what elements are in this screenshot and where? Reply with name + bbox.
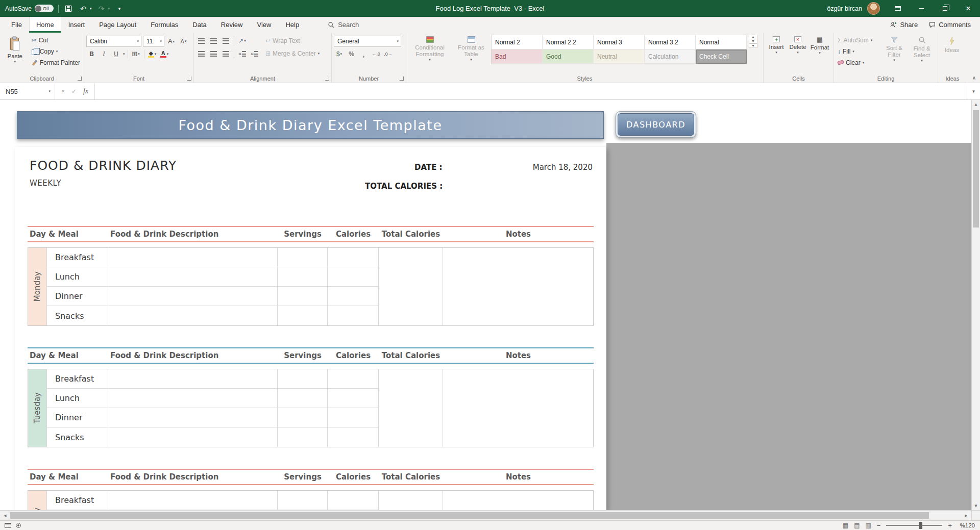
cell-servings[interactable] [277, 427, 327, 447]
cell-style-good[interactable]: Good [543, 49, 594, 64]
cell-description[interactable] [108, 267, 277, 287]
accounting-format-button[interactable]: $▾ [334, 48, 345, 59]
cell-description[interactable] [108, 427, 277, 447]
normal-view-icon[interactable]: ▦ [843, 522, 848, 529]
cell-style-bad[interactable]: Bad [492, 49, 543, 64]
cell-style-normal[interactable]: Normal [696, 35, 747, 49]
cell-description[interactable] [108, 306, 277, 325]
zoom-out-button[interactable]: − [877, 522, 881, 529]
italic-button[interactable]: I [99, 48, 109, 59]
cell-description[interactable] [108, 408, 277, 427]
cell-description[interactable] [108, 491, 277, 510]
delete-cells-button[interactable]: × Delete▾ [787, 35, 808, 55]
tab-file[interactable]: File [4, 17, 29, 33]
cell-total-calories[interactable] [378, 248, 443, 267]
cell-servings[interactable] [277, 306, 327, 325]
zoom-in-button[interactable]: + [948, 522, 952, 529]
cell-notes[interactable] [443, 248, 593, 267]
cell-description[interactable] [108, 389, 277, 408]
font-size-select[interactable]: 11▾ [143, 36, 164, 47]
cell-description[interactable] [108, 287, 277, 306]
gallery-scroll-up-icon[interactable]: ▲ [749, 35, 757, 39]
tab-review[interactable]: Review [214, 17, 250, 33]
tab-insert[interactable]: Insert [61, 17, 92, 33]
fill-color-button[interactable]: ◆▾ [147, 48, 158, 59]
cell-calories[interactable] [327, 287, 378, 306]
collapse-ribbon-icon[interactable]: ∧ [972, 75, 976, 81]
cell-style-normal-2-2[interactable]: Normal 2 2 [543, 35, 594, 49]
cell-total-calories[interactable] [378, 267, 443, 287]
align-center-button[interactable] [208, 48, 219, 59]
borders-button[interactable]: ⊞▾ [131, 48, 141, 59]
cell-total-calories[interactable] [378, 427, 443, 447]
decrease-decimal-button[interactable]: .0→ [383, 48, 394, 59]
expand-formula-bar-icon[interactable]: ▼ [967, 83, 980, 99]
alignment-dialog-launcher-icon[interactable] [325, 77, 329, 81]
cell-servings[interactable] [277, 369, 327, 389]
cut-button[interactable]: ✂Cut [30, 35, 82, 45]
cell-servings[interactable] [277, 408, 327, 427]
tab-home[interactable]: Home [29, 17, 61, 33]
cell-notes[interactable] [443, 408, 593, 427]
orientation-button[interactable]: ↗▾ [237, 36, 248, 46]
fill-button[interactable]: ↓Fill▾ [836, 46, 880, 57]
align-bottom-button[interactable] [220, 36, 231, 46]
save-button[interactable] [63, 3, 74, 15]
underline-dropdown-icon[interactable]: ▾ [123, 52, 125, 56]
worksheet[interactable]: Food & Drink Diary Excel Template DASHBO… [0, 100, 980, 510]
cell-style-check-cell[interactable]: Check Cell [696, 49, 747, 64]
scroll-left-icon[interactable]: ◀ [0, 511, 10, 520]
record-macro-icon[interactable] [16, 523, 21, 528]
cell-notes[interactable] [443, 491, 593, 510]
format-painter-button[interactable]: Format Painter [30, 57, 82, 68]
cell-servings[interactable] [277, 389, 327, 408]
paste-button[interactable]: Paste ▾ [2, 35, 28, 68]
cell-description[interactable] [108, 369, 277, 389]
tab-formulas[interactable]: Formulas [143, 17, 185, 33]
autosave-toggle[interactable]: AutoSave Off [5, 5, 54, 12]
cell-total-calories[interactable] [378, 389, 443, 408]
format-cells-button[interactable]: ▦ Format▾ [808, 35, 831, 55]
undo-button[interactable]: ↶ [78, 3, 88, 15]
cell-calories[interactable] [327, 248, 378, 267]
ideas-button[interactable]: Ideas [940, 35, 964, 54]
cell-notes[interactable] [443, 306, 593, 325]
ribbon-display-options-button[interactable] [886, 0, 910, 17]
cell-servings[interactable] [277, 287, 327, 306]
zoom-level[interactable]: %120 [958, 522, 975, 528]
cancel-icon[interactable]: × [61, 88, 65, 95]
redo-button[interactable]: ↷ [96, 3, 107, 15]
gallery-scroll-down-icon[interactable]: ▼ [749, 39, 757, 43]
account-name[interactable]: özgür bircan [827, 5, 862, 12]
decrease-indent-button[interactable]: « [237, 48, 248, 59]
cell-servings[interactable] [277, 491, 327, 510]
cell-calories[interactable] [327, 427, 378, 447]
cell-total-calories[interactable] [378, 408, 443, 427]
formula-input[interactable] [95, 83, 967, 99]
undo-dropdown-icon[interactable]: ▾ [90, 7, 92, 11]
align-top-button[interactable] [196, 36, 207, 46]
scroll-right-icon[interactable]: ▶ [961, 511, 971, 520]
increase-font-size-button[interactable]: A▴ [166, 36, 177, 46]
page-break-view-icon[interactable]: ▥ [865, 522, 871, 529]
number-format-select[interactable]: General▾ [334, 36, 401, 47]
cell-total-calories[interactable] [378, 369, 443, 389]
sort-filter-button[interactable]: Sort & Filter▾ [881, 35, 908, 68]
minimize-button[interactable] [910, 0, 933, 17]
clipboard-dialog-launcher-icon[interactable] [78, 77, 82, 81]
align-left-button[interactable] [196, 48, 207, 59]
conditional-formatting-button[interactable]: Conditional Formatting ▾ [408, 35, 451, 62]
increase-decimal-button[interactable]: ←.0 [371, 48, 381, 59]
comments-button[interactable]: Comments [929, 21, 971, 29]
percent-style-button[interactable]: % [346, 48, 357, 59]
underline-button[interactable]: U [111, 48, 121, 59]
redo-dropdown-icon[interactable]: ▾ [108, 7, 110, 11]
wrap-text-button[interactable]: ↩Wrap Text [264, 35, 321, 47]
cell-description[interactable] [108, 248, 277, 267]
horizontal-scroll-thumb[interactable] [10, 512, 929, 519]
decrease-font-size-button[interactable]: A▾ [178, 36, 189, 46]
clear-button[interactable]: Clear▾ [836, 57, 880, 68]
customize-toolbar-button[interactable]: ▾ [114, 3, 125, 15]
close-button[interactable]: × [957, 0, 980, 17]
scroll-down-icon[interactable]: ▼ [972, 501, 980, 510]
